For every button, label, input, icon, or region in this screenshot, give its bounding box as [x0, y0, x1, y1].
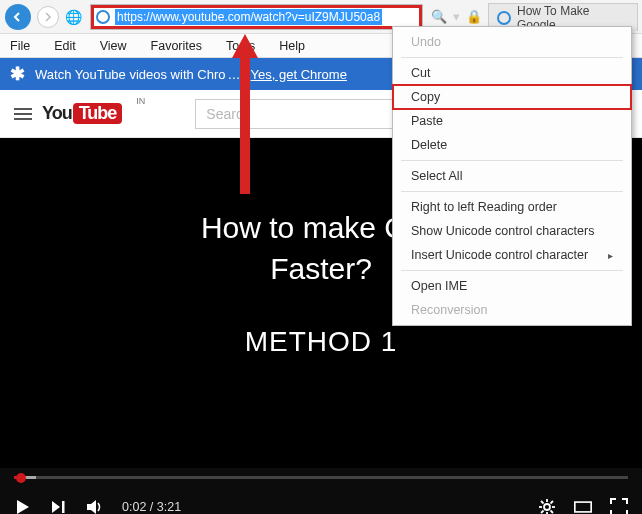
- ctx-sep: [401, 57, 623, 58]
- hamburger-icon[interactable]: [14, 108, 32, 120]
- ctx-show-unicode[interactable]: Show Unicode control characters: [393, 219, 631, 243]
- svg-line-9: [541, 501, 544, 504]
- address-right-icons: 🔍 ▾ 🔒: [431, 9, 486, 24]
- ctx-cut[interactable]: Cut: [393, 61, 631, 85]
- seek-track: [14, 476, 628, 479]
- svg-line-12: [541, 511, 544, 514]
- tab-favicon-icon: [497, 11, 511, 25]
- menu-view[interactable]: View: [96, 37, 131, 55]
- logo-you: You: [42, 103, 72, 124]
- menu-favorites[interactable]: Favorites: [147, 37, 206, 55]
- forward-button[interactable]: [34, 3, 62, 31]
- svg-rect-2: [62, 501, 65, 513]
- fullscreen-icon: [610, 498, 628, 514]
- ctx-reconversion[interactable]: Reconversion: [393, 298, 631, 322]
- ctx-sep: [401, 270, 623, 271]
- ie-icon: [95, 9, 111, 25]
- ctx-insert-unicode[interactable]: Insert Unicode control character▸: [393, 243, 631, 267]
- address-bar[interactable]: https://www.youtube.com/watch?v=uIZ9MJU5…: [90, 4, 423, 30]
- ctx-copy[interactable]: Copy: [393, 85, 631, 109]
- back-arrow-icon: [12, 11, 24, 23]
- logo-tube: Tube: [73, 103, 123, 124]
- svg-point-4: [544, 504, 550, 510]
- svg-marker-1: [52, 501, 60, 513]
- total-time: 3:21: [157, 500, 181, 514]
- volume-icon: [86, 499, 104, 514]
- ctx-select-all[interactable]: Select All: [393, 164, 631, 188]
- fullscreen-button[interactable]: [610, 498, 628, 514]
- ctx-paste[interactable]: Paste: [393, 109, 631, 133]
- menu-tools[interactable]: Tools: [222, 37, 259, 55]
- ctx-rtl[interactable]: Right to left Reading order: [393, 195, 631, 219]
- play-button[interactable]: [14, 498, 32, 514]
- settings-button[interactable]: [538, 498, 556, 514]
- svg-marker-0: [17, 500, 29, 514]
- volume-button[interactable]: [86, 498, 104, 514]
- menu-edit[interactable]: Edit: [50, 37, 80, 55]
- next-icon: [51, 499, 67, 514]
- back-button[interactable]: [4, 3, 32, 31]
- gear-icon: [538, 498, 556, 514]
- seek-handle[interactable]: [16, 473, 26, 483]
- ctx-sep: [401, 160, 623, 161]
- svg-rect-13: [575, 502, 591, 512]
- ctx-delete[interactable]: Delete: [393, 133, 631, 157]
- menu-file[interactable]: File: [6, 37, 34, 55]
- svg-marker-3: [87, 500, 96, 514]
- youtube-region: IN: [136, 96, 145, 106]
- search-icon[interactable]: 🔍: [431, 9, 447, 24]
- theater-icon: [574, 500, 592, 514]
- seek-bar[interactable]: [0, 468, 642, 486]
- address-url[interactable]: https://www.youtube.com/watch?v=uIZ9MJU5…: [115, 9, 382, 25]
- separator-icon: ▾: [453, 9, 460, 24]
- address-bar-wrap: https://www.youtube.com/watch?v=uIZ9MJU5…: [90, 4, 423, 30]
- next-button[interactable]: [50, 498, 68, 514]
- svg-line-11: [551, 501, 554, 504]
- time-display: 0:02 / 3:21: [122, 500, 181, 514]
- play-icon: [15, 499, 31, 514]
- context-menu: Undo Cut Copy Paste Delete Select All Ri…: [392, 26, 632, 326]
- ctx-undo[interactable]: Undo: [393, 30, 631, 54]
- ctx-open-ime[interactable]: Open IME: [393, 274, 631, 298]
- player-controls: 0:02 / 3:21: [0, 486, 642, 514]
- promo-star-icon: ✱: [10, 63, 25, 85]
- search-placeholder: Search: [206, 106, 250, 122]
- menu-help[interactable]: Help: [275, 37, 309, 55]
- lock-icon[interactable]: 🔒: [466, 9, 482, 24]
- youtube-logo[interactable]: You Tube: [42, 103, 122, 124]
- video-subtitle: METHOD 1: [0, 326, 642, 358]
- theater-mode-button[interactable]: [574, 498, 592, 514]
- svg-line-10: [551, 511, 554, 514]
- current-time: 0:02: [122, 500, 146, 514]
- favicon-icon: 🌐: [64, 8, 82, 26]
- forward-arrow-icon: [43, 12, 53, 22]
- chevron-right-icon: ▸: [608, 250, 613, 261]
- promo-text: Watch YouTube videos with Chro: [35, 67, 226, 82]
- ctx-sep: [401, 191, 623, 192]
- promo-link[interactable]: Yes, get Chrome: [251, 67, 347, 82]
